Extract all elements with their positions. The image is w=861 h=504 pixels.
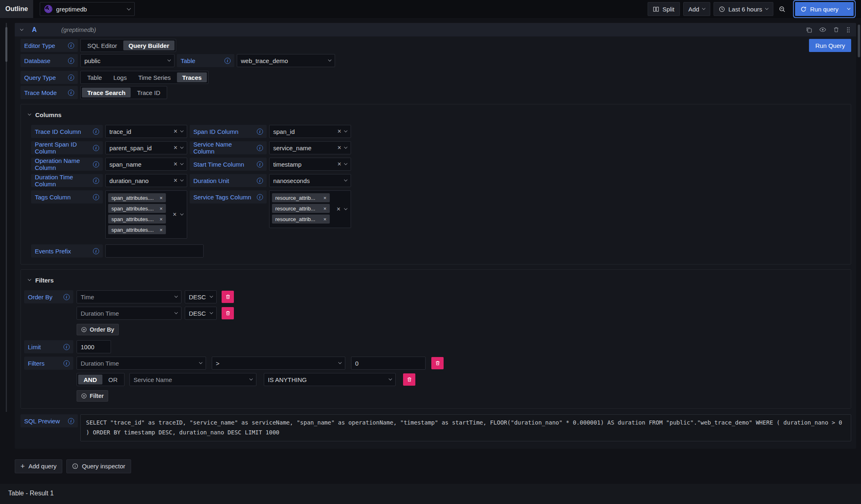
collapse-chevron-icon[interactable]: [20, 27, 23, 30]
info-icon[interactable]: i: [93, 248, 99, 254]
clear-icon[interactable]: ×: [338, 128, 341, 135]
add-button[interactable]: Add: [683, 2, 711, 16]
duration-time-column-select[interactable]: duration_nano ×: [105, 174, 187, 187]
clear-icon[interactable]: ×: [338, 161, 341, 167]
filter-field-select[interactable]: Duration Time: [77, 357, 206, 370]
query-type-traces[interactable]: Traces: [177, 72, 207, 82]
tag-chip[interactable]: span_attributes....×: [108, 193, 166, 202]
remove-chip-icon[interactable]: ×: [159, 206, 163, 211]
start-time-column-select[interactable]: timestamp ×: [269, 158, 351, 171]
service-tags-column-multiselect[interactable]: resource_attrib...× resource_attrib...× …: [269, 190, 351, 228]
add-order-by-button[interactable]: Order By: [77, 324, 119, 335]
query-row-header[interactable]: A (greptimedb): [15, 23, 856, 36]
tag-chip[interactable]: resource_attrib...×: [272, 204, 330, 213]
table-select[interactable]: web_trace_demo: [237, 54, 335, 67]
remove-order-by-button[interactable]: [222, 307, 234, 319]
remove-query-trash-icon[interactable]: [833, 27, 839, 33]
info-icon[interactable]: i: [68, 90, 74, 96]
info-icon[interactable]: i: [68, 75, 74, 81]
info-icon[interactable]: i: [93, 161, 99, 167]
logic-and-option[interactable]: AND: [78, 375, 102, 384]
time-range-picker[interactable]: Last 6 hours: [714, 2, 773, 16]
remove-filter-button[interactable]: [403, 373, 415, 386]
info-icon[interactable]: i: [63, 294, 70, 300]
info-icon[interactable]: i: [257, 161, 263, 167]
tag-chip[interactable]: span_attributes....×: [108, 215, 166, 224]
query-inspector-button[interactable]: Query inspector: [66, 459, 131, 473]
filter-field-select[interactable]: Service Name: [129, 373, 256, 386]
run-query-button-inline[interactable]: Run Query: [809, 39, 851, 52]
split-button[interactable]: Split: [648, 2, 680, 16]
remove-order-by-button[interactable]: [222, 291, 234, 303]
order-by-field-select[interactable]: Time: [77, 290, 181, 303]
trace-id-column-select[interactable]: trace_id ×: [105, 125, 187, 138]
events-prefix-input[interactable]: [105, 244, 204, 258]
order-by-field-select[interactable]: Duration Time: [77, 307, 181, 320]
info-icon[interactable]: i: [257, 129, 263, 135]
columns-section-header[interactable]: Columns: [21, 108, 851, 121]
trace-mode-trace-search[interactable]: Trace Search: [82, 88, 131, 97]
hide-response-eye-icon[interactable]: [819, 26, 826, 33]
remove-chip-icon[interactable]: ×: [323, 195, 326, 201]
run-query-button[interactable]: Run query: [795, 2, 844, 16]
tag-chip[interactable]: span_attributes....×: [108, 225, 166, 234]
parent-span-id-column-select[interactable]: parent_span_id ×: [105, 141, 187, 154]
query-type-logs[interactable]: Logs: [108, 72, 132, 82]
query-type-time-series[interactable]: Time Series: [133, 72, 176, 82]
clear-icon[interactable]: ×: [174, 177, 177, 184]
limit-input[interactable]: [77, 340, 111, 353]
tag-chip[interactable]: resource_attrib...×: [272, 193, 330, 202]
filters-section-header[interactable]: Filters: [21, 274, 851, 286]
info-icon[interactable]: i: [224, 58, 231, 64]
run-query-options-button[interactable]: [844, 2, 854, 16]
order-by-direction-select[interactable]: DESC: [185, 307, 217, 320]
tag-chip[interactable]: resource_attrib...×: [272, 215, 330, 224]
tags-column-multiselect[interactable]: span_attributes....× span_attributes....…: [105, 190, 187, 239]
filter-operator-select[interactable]: >: [212, 357, 345, 370]
editor-type-query-builder[interactable]: Query Builder: [123, 41, 174, 50]
drag-handle-icon[interactable]: [846, 27, 850, 33]
add-query-button[interactable]: + Add query: [15, 459, 62, 473]
outline-toggle[interactable]: Outline: [0, 0, 33, 18]
remove-chip-icon[interactable]: ×: [323, 217, 326, 222]
info-icon[interactable]: i: [93, 129, 99, 135]
info-icon[interactable]: i: [68, 43, 74, 49]
remove-chip-icon[interactable]: ×: [159, 195, 163, 201]
info-icon[interactable]: i: [257, 145, 263, 151]
remove-chip-icon[interactable]: ×: [323, 206, 326, 211]
duplicate-query-icon[interactable]: [806, 27, 812, 33]
info-icon[interactable]: i: [257, 194, 263, 200]
clear-icon[interactable]: ×: [174, 161, 177, 167]
service-name-column-select[interactable]: service_name ×: [269, 141, 351, 154]
datasource-picker[interactable]: greptimedb: [40, 2, 135, 16]
operation-name-column-select[interactable]: span_name ×: [105, 158, 187, 171]
span-id-column-select[interactable]: span_id ×: [269, 125, 351, 138]
database-select[interactable]: public: [80, 54, 174, 67]
filter-operator-select[interactable]: IS ANYTHING: [264, 373, 396, 386]
clear-icon[interactable]: ×: [174, 145, 177, 151]
info-icon[interactable]: i: [63, 360, 70, 366]
zoom-out-time-button[interactable]: [777, 2, 788, 16]
logic-or-option[interactable]: OR: [103, 375, 123, 384]
tag-chip[interactable]: span_attributes....×: [108, 204, 166, 213]
remove-filter-button[interactable]: [431, 357, 444, 369]
clear-all-icon[interactable]: ×: [337, 206, 340, 212]
trace-mode-trace-id[interactable]: Trace ID: [131, 88, 165, 97]
remove-chip-icon[interactable]: ×: [159, 217, 163, 222]
info-icon[interactable]: i: [93, 145, 99, 151]
info-icon[interactable]: i: [63, 344, 70, 350]
info-icon[interactable]: i: [257, 178, 263, 184]
info-icon[interactable]: i: [93, 194, 99, 200]
order-by-direction-select[interactable]: DESC: [185, 290, 217, 303]
info-icon[interactable]: i: [68, 418, 74, 424]
info-icon[interactable]: i: [93, 178, 99, 184]
remove-chip-icon[interactable]: ×: [159, 227, 163, 233]
filter-value-input[interactable]: [351, 357, 426, 370]
left-scrollbar-thumb[interactable]: [5, 27, 7, 62]
clear-icon[interactable]: ×: [338, 145, 341, 151]
query-type-table[interactable]: Table: [82, 72, 107, 82]
clear-all-icon[interactable]: ×: [173, 211, 177, 218]
info-icon[interactable]: i: [68, 58, 74, 64]
add-filter-button[interactable]: Filter: [77, 390, 108, 402]
duration-unit-select[interactable]: nanoseconds: [269, 174, 351, 187]
